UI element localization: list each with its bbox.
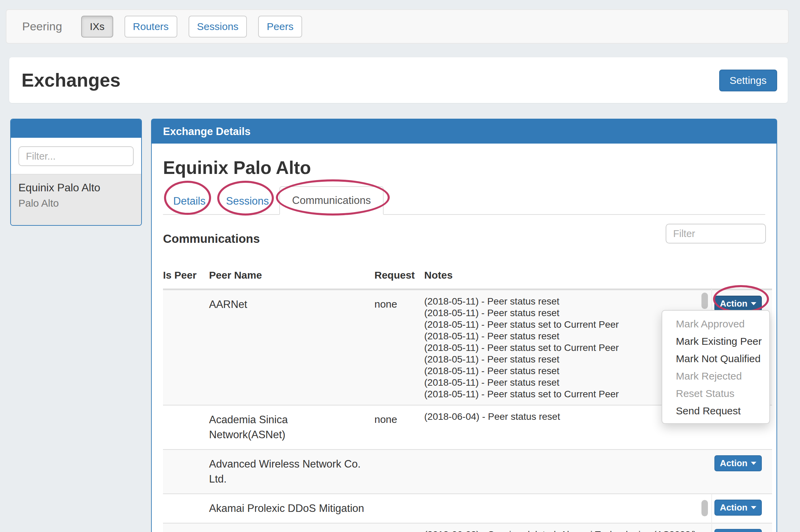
request-cell: [374, 523, 424, 532]
peering-app: { "navbar": { "brand": "Peering", "tabs"…: [0, 0, 800, 532]
exchange-filter-wrap: [11, 138, 141, 174]
peer-name-cell: AARNet: [209, 290, 374, 405]
notes-cell: (2018-06-03) - Session deleted: Akamai T…: [424, 523, 699, 532]
action-cell: Action: [699, 450, 772, 493]
list-item-equinix-palo-alto[interactable]: Equinix Palo Alto Palo Alto: [11, 174, 141, 226]
col-header-actions: [699, 269, 772, 281]
action-button-label: Action: [720, 502, 747, 513]
col-header-is-peer: Is Peer: [163, 269, 209, 281]
note-line: (2018-05-11) - Peer status reset: [424, 296, 699, 307]
table-row-akamai-prolexic: Akamai Prolexic DDoS Mitigation Action: [163, 493, 772, 523]
exchange-list-panel: Equinix Palo Alto Palo Alto: [10, 119, 142, 226]
request-cell: none: [374, 290, 424, 405]
exchange-title: Equinix Palo Alto: [163, 157, 776, 178]
notes-scrollbar-track: [711, 494, 712, 532]
notes-cell: [424, 494, 699, 523]
page-title: Exchanges: [21, 57, 120, 103]
action-button-akamai-technologies[interactable]: Action: [714, 529, 762, 532]
tab-sessions[interactable]: Sessions: [216, 188, 279, 214]
menu-item-mark-not-qualified[interactable]: Mark Not Qualified: [662, 350, 769, 367]
action-button-aarnet-open[interactable]: Action: [714, 296, 762, 312]
note-line: (2018-06-03) - Session deleted: Akamai T…: [424, 529, 699, 532]
tab-communications[interactable]: Communications: [279, 186, 384, 215]
nav-tab-peers[interactable]: Peers: [258, 16, 302, 38]
app-brand: Peering: [22, 20, 62, 33]
peer-name-cell: Advanced Wireless Network Co. Ltd.: [209, 450, 374, 493]
tab-details[interactable]: Details: [163, 188, 216, 214]
request-cell: [374, 450, 424, 493]
action-cell: Action: [699, 494, 772, 523]
action-button-akamai-prolexic[interactable]: Action: [714, 500, 762, 516]
action-button-advanced-wireless[interactable]: Action: [714, 455, 762, 471]
action-button-label: Action: [720, 298, 747, 309]
peer-name-cell: Academia Sinica Network(ASNet): [209, 405, 374, 449]
exchange-location: Palo Alto: [18, 197, 134, 209]
request-cell: [374, 494, 424, 523]
notes-scrollbar-thumb[interactable]: [701, 500, 708, 516]
note-line: (2018-05-11) - Peer status reset: [424, 330, 699, 342]
exchanges-header-panel: Exchanges Settings: [9, 57, 788, 103]
caret-down-icon: [751, 302, 756, 305]
peer-name-cell: Akamai Technologies: [209, 523, 374, 532]
is-peer-cell: [163, 523, 209, 532]
exchange-filter-input[interactable]: [18, 146, 134, 166]
settings-button[interactable]: Settings: [719, 70, 777, 91]
exchange-list-panel-header: [11, 119, 141, 138]
note-line: (2018-05-11) - Peer status set to Curren…: [424, 319, 699, 330]
notes-scrollbar-thumb[interactable]: [701, 293, 708, 309]
table-header-row: Is Peer Peer Name Request Notes: [163, 261, 772, 290]
menu-item-mark-existing-peer[interactable]: Mark Existing Peer: [662, 332, 769, 350]
detail-tabs: Details Sessions Communications: [163, 187, 765, 215]
note-line: (2018-05-11) - Peer status reset: [424, 307, 699, 319]
exchange-name: Equinix Palo Alto: [18, 181, 134, 194]
menu-item-mark-approved[interactable]: Mark Approved: [662, 315, 769, 332]
note-line: (2018-05-11) - Peer status reset: [424, 354, 699, 365]
caret-down-icon: [751, 462, 756, 465]
menu-item-mark-rejected[interactable]: Mark Rejected: [662, 367, 769, 385]
request-cell: none: [374, 405, 424, 449]
notes-cell: (2018-05-11) - Peer status reset (2018-0…: [424, 290, 699, 405]
menu-item-reset-status[interactable]: Reset Status: [662, 385, 769, 402]
is-peer-cell: [163, 405, 209, 449]
peer-name-cell: Akamai Prolexic DDoS Mitigation: [209, 494, 374, 523]
note-line: (2018-06-04) - Peer status reset: [424, 411, 699, 423]
communications-filter-input[interactable]: [666, 224, 766, 243]
is-peer-cell: [163, 450, 209, 493]
panel-header: Exchange Details: [152, 119, 776, 144]
exchange-details-panel: Exchange Details Equinix Palo Alto Detai…: [151, 119, 777, 532]
table-row-advanced-wireless: Advanced Wireless Network Co. Ltd. Actio…: [163, 449, 772, 493]
menu-item-send-request[interactable]: Send Request: [662, 402, 769, 419]
nav-tab-routers[interactable]: Routers: [124, 16, 177, 38]
note-line: (2018-05-11) - Peer status reset: [424, 365, 699, 377]
col-header-notes: Notes: [424, 269, 699, 281]
caret-down-icon: [751, 506, 756, 509]
is-peer-cell: [163, 290, 209, 405]
action-cell: Action: [699, 523, 772, 532]
note-line: (2018-05-11) - Peer status set to Curren…: [424, 388, 699, 400]
is-peer-cell: [163, 494, 209, 523]
action-button-label: Action: [720, 458, 747, 469]
table-row-akamai-technologies: Akamai Technologies (2018-06-03) - Sessi…: [163, 523, 772, 532]
note-line: (2018-05-11) - Peer status reset: [424, 377, 699, 388]
col-header-request: Request: [374, 269, 424, 281]
top-navbar: Peering IXs Routers Sessions Peers: [6, 9, 789, 44]
action-dropdown-menu: Mark Approved Mark Existing Peer Mark No…: [662, 310, 770, 424]
notes-cell: (2018-06-04) - Peer status reset: [424, 405, 699, 449]
note-line: (2018-05-11) - Peer status set to Curren…: [424, 342, 699, 354]
notes-cell: [424, 450, 699, 493]
nav-tab-ixs[interactable]: IXs: [81, 16, 113, 38]
col-header-peer-name: Peer Name: [209, 269, 374, 281]
nav-tab-sessions[interactable]: Sessions: [189, 16, 247, 38]
